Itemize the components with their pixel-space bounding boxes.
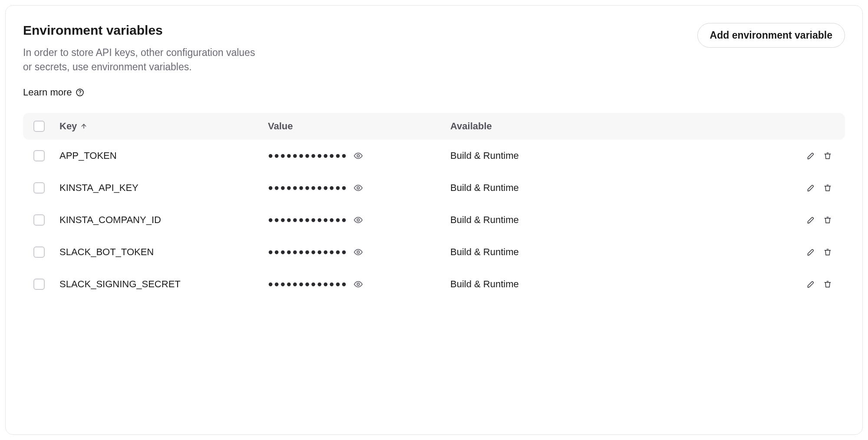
row-value-cell: ●●●●●●●●●●●●●	[268, 247, 450, 257]
page-description: In order to store API keys, other config…	[23, 46, 266, 75]
eye-icon[interactable]	[353, 183, 363, 193]
header-row: Environment variables In order to store …	[23, 23, 845, 113]
eye-icon[interactable]	[353, 215, 363, 225]
row-available: Build & Runtime	[450, 214, 782, 226]
eye-icon[interactable]	[353, 247, 363, 257]
trash-icon[interactable]	[823, 280, 832, 289]
row-key: KINSTA_API_KEY	[59, 182, 268, 194]
trash-icon[interactable]	[823, 216, 832, 224]
col-key-label: Key	[59, 121, 77, 132]
help-circle-icon	[76, 88, 84, 97]
table-body: APP_TOKEN ●●●●●●●●●●●●● Build & Runtime	[23, 140, 845, 300]
svg-point-2	[357, 154, 360, 157]
col-available[interactable]: Available	[450, 121, 782, 132]
add-env-var-button[interactable]: Add environment variable	[697, 23, 845, 48]
page-title: Environment variables	[23, 23, 266, 38]
trash-icon[interactable]	[823, 248, 832, 256]
svg-point-5	[357, 251, 360, 253]
row-value-cell: ●●●●●●●●●●●●●	[268, 183, 450, 193]
env-vars-card: Environment variables In order to store …	[5, 5, 863, 435]
row-value-masked: ●●●●●●●●●●●●●	[268, 279, 347, 289]
row-select-cell	[33, 182, 59, 194]
row-actions	[807, 151, 835, 160]
col-value[interactable]: Value	[268, 121, 450, 132]
pencil-icon[interactable]	[807, 151, 815, 160]
row-actions	[807, 184, 835, 192]
row-checkbox[interactable]	[33, 150, 45, 161]
select-all-checkbox[interactable]	[33, 121, 45, 132]
row-checkbox[interactable]	[33, 214, 45, 226]
row-checkbox[interactable]	[33, 182, 45, 194]
row-actions	[807, 216, 835, 224]
row-key: SLACK_SIGNING_SECRET	[59, 279, 268, 290]
row-value-masked: ●●●●●●●●●●●●●	[268, 247, 347, 257]
row-available: Build & Runtime	[450, 182, 782, 194]
row-select-cell	[33, 246, 59, 258]
row-actions	[807, 280, 835, 289]
table-row: KINSTA_COMPANY_ID ●●●●●●●●●●●●● Build & …	[23, 204, 845, 236]
row-select-cell	[33, 279, 59, 290]
learn-more-link[interactable]: Learn more	[23, 87, 84, 98]
pencil-icon[interactable]	[807, 184, 815, 192]
row-actions	[807, 248, 835, 256]
row-available: Build & Runtime	[450, 150, 782, 161]
trash-icon[interactable]	[823, 151, 832, 160]
svg-point-4	[357, 219, 360, 221]
sort-asc-icon	[80, 123, 87, 130]
table-row: SLACK_BOT_TOKEN ●●●●●●●●●●●●● Build & Ru…	[23, 236, 845, 268]
eye-icon[interactable]	[353, 279, 363, 289]
row-key: KINSTA_COMPANY_ID	[59, 214, 268, 226]
env-vars-table: Key Value Available APP_TOKEN ●●●●●●●●●●…	[23, 113, 845, 300]
select-all-cell	[33, 121, 59, 132]
row-value-cell: ●●●●●●●●●●●●●	[268, 215, 450, 225]
row-checkbox[interactable]	[33, 246, 45, 258]
svg-point-6	[357, 283, 360, 286]
header-left: Environment variables In order to store …	[23, 23, 266, 113]
pencil-icon[interactable]	[807, 248, 815, 256]
trash-icon[interactable]	[823, 184, 832, 192]
row-value-masked: ●●●●●●●●●●●●●	[268, 151, 347, 161]
eye-icon[interactable]	[353, 151, 363, 161]
row-select-cell	[33, 150, 59, 161]
row-checkbox[interactable]	[33, 279, 45, 290]
svg-point-1	[79, 94, 80, 95]
table-row: SLACK_SIGNING_SECRET ●●●●●●●●●●●●● Build…	[23, 268, 845, 300]
learn-more-label: Learn more	[23, 87, 72, 98]
table-row: APP_TOKEN ●●●●●●●●●●●●● Build & Runtime	[23, 140, 845, 172]
row-value-cell: ●●●●●●●●●●●●●	[268, 279, 450, 289]
pencil-icon[interactable]	[807, 216, 815, 224]
row-value-masked: ●●●●●●●●●●●●●	[268, 215, 347, 225]
row-select-cell	[33, 214, 59, 226]
table-row: KINSTA_API_KEY ●●●●●●●●●●●●● Build & Run…	[23, 172, 845, 204]
row-value-masked: ●●●●●●●●●●●●●	[268, 183, 347, 193]
pencil-icon[interactable]	[807, 280, 815, 289]
col-key[interactable]: Key	[59, 121, 268, 132]
row-available: Build & Runtime	[450, 246, 782, 258]
row-available: Build & Runtime	[450, 279, 782, 290]
row-key: APP_TOKEN	[59, 150, 268, 161]
row-value-cell: ●●●●●●●●●●●●●	[268, 151, 450, 161]
table-header: Key Value Available	[23, 113, 845, 140]
row-key: SLACK_BOT_TOKEN	[59, 246, 268, 258]
svg-point-3	[357, 187, 360, 189]
